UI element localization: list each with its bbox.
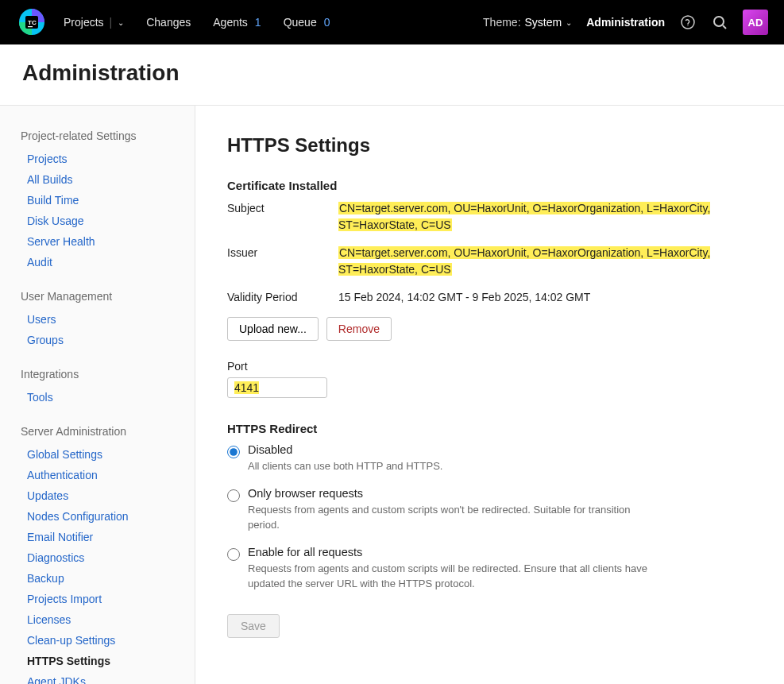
sidebar-heading-server: Server Administration: [0, 417, 195, 444]
chevron-down-icon: ⌄: [566, 18, 572, 27]
radio-all-input[interactable]: [227, 548, 240, 561]
sidebar-item-authentication[interactable]: Authentication: [0, 465, 195, 485]
radio-browser[interactable]: Only browser requests Requests from agen…: [227, 487, 752, 541]
help-icon[interactable]: [679, 14, 697, 31]
remove-button[interactable]: Remove: [326, 317, 392, 341]
sidebar-item-diagnostics[interactable]: Diagnostics: [0, 547, 195, 568]
sidebar-item-audit[interactable]: Audit: [0, 252, 195, 272]
section-title: HTTPS Settings: [227, 134, 752, 157]
nav-separator: |: [110, 16, 113, 29]
radio-all[interactable]: Enable for all requests Requests from ag…: [227, 546, 752, 600]
sidebar-item-licenses[interactable]: Licenses: [0, 609, 195, 630]
sidebar-item-global-settings[interactable]: Global Settings: [0, 444, 195, 465]
nav-projects-label: Projects: [64, 16, 104, 29]
cert-issuer-value: CN=target.server.com, OU=HaxorUnit, O=Ha…: [338, 245, 728, 278]
cert-validity-row: Validity Period 15 Feb 2024, 14:02 GMT -…: [227, 289, 752, 306]
sidebar-heading-user: User Management: [0, 282, 195, 309]
nav-changes[interactable]: Changes: [146, 16, 191, 29]
sidebar-item-server-health[interactable]: Server Health: [0, 231, 195, 252]
radio-disabled[interactable]: Disabled All clients can use both HTTP a…: [227, 443, 752, 482]
svg-rect-2: [28, 26, 33, 27]
page-title: Administration: [0, 44, 784, 105]
radio-all-label: Enable for all requests: [248, 546, 752, 558]
cert-subject-value: CN=target.server.com, OU=HaxorUnit, O=Ha…: [338, 200, 728, 234]
sidebar-item-projects[interactable]: Projects: [0, 149, 195, 169]
sidebar-item-nodes-config[interactable]: Nodes Configuration: [0, 506, 195, 527]
nav-agents[interactable]: Agents 1: [213, 16, 261, 29]
sidebar-item-updates[interactable]: Updates: [0, 485, 195, 506]
svg-point-4: [687, 25, 688, 26]
nav-queue[interactable]: Queue 0: [284, 16, 330, 29]
sidebar-item-agent-jdks[interactable]: Agent JDKs: [0, 671, 195, 684]
cert-issuer-row: Issuer CN=target.server.com, OU=HaxorUni…: [227, 245, 752, 278]
sidebar-item-backup[interactable]: Backup: [0, 568, 195, 589]
sidebar-item-projects-import[interactable]: Projects Import: [0, 589, 195, 609]
chevron-down-icon: ⌄: [118, 18, 124, 27]
upload-button[interactable]: Upload new...: [227, 317, 319, 341]
sidebar-item-build-time[interactable]: Build Time: [0, 190, 195, 211]
theme-label: Theme:: [483, 16, 520, 29]
redirect-section: HTTPS Redirect Disabled All clients can …: [227, 422, 752, 638]
nav-administration[interactable]: Administration: [586, 16, 665, 29]
nav-agents-label: Agents: [213, 16, 248, 29]
sidebar-heading-integrations: Integrations: [0, 360, 195, 387]
save-button[interactable]: Save: [227, 614, 280, 638]
sidebar-item-cleanup[interactable]: Clean-up Settings: [0, 630, 195, 651]
sidebar: Project-related Settings Projects All Bu…: [0, 106, 195, 684]
cert-heading: Certificate Installed: [227, 179, 752, 192]
theme-selector[interactable]: Theme: System ⌄: [483, 16, 572, 29]
radio-browser-label: Only browser requests: [248, 487, 752, 500]
teamcity-logo[interactable]: TC: [16, 6, 48, 38]
svg-point-5: [714, 17, 724, 26]
main-content: HTTPS Settings Certificate Installed Sub…: [195, 106, 784, 684]
sidebar-item-https-settings[interactable]: HTTPS Settings: [0, 651, 195, 671]
topbar: TC Projects | ⌄ Changes Agents 1 Queue 0…: [0, 0, 784, 44]
cert-actions: Upload new... Remove: [227, 317, 752, 341]
sidebar-item-tools[interactable]: Tools: [0, 387, 195, 408]
avatar[interactable]: AD: [743, 10, 768, 35]
nav-projects[interactable]: Projects | ⌄: [64, 16, 124, 29]
topbar-right: Theme: System ⌄ Administration AD: [483, 10, 768, 35]
layout: Project-related Settings Projects All Bu…: [0, 105, 784, 684]
sidebar-item-disk-usage[interactable]: Disk Usage: [0, 211, 195, 231]
theme-value: System: [525, 16, 562, 29]
radio-all-desc: Requests from agents and custom scripts …: [248, 561, 661, 592]
queue-count: 0: [324, 16, 330, 29]
svg-line-6: [723, 25, 726, 29]
cert-subject-row: Subject CN=target.server.com, OU=HaxorUn…: [227, 200, 752, 234]
redirect-heading: HTTPS Redirect: [227, 422, 752, 435]
svg-text:TC: TC: [28, 19, 37, 26]
cert-validity-value: 15 Feb 2024, 14:02 GMT - 9 Feb 2025, 14:…: [338, 289, 728, 306]
sidebar-item-email-notifier[interactable]: Email Notifier: [0, 527, 195, 547]
radio-browser-input[interactable]: [227, 489, 240, 502]
cert-subject-label: Subject: [227, 200, 338, 214]
search-icon[interactable]: [711, 14, 728, 31]
radio-disabled-input[interactable]: [227, 446, 240, 458]
port-label: Port: [227, 360, 752, 373]
sidebar-heading-project: Project-related Settings: [0, 122, 195, 149]
nav-queue-label: Queue: [284, 16, 317, 29]
cert-issuer-label: Issuer: [227, 245, 338, 259]
radio-disabled-desc: All clients can use both HTTP and HTTPS.: [248, 458, 661, 474]
cert-validity-label: Validity Period: [227, 289, 338, 303]
sidebar-item-users[interactable]: Users: [0, 309, 195, 330]
svg-point-3: [682, 16, 694, 29]
sidebar-item-all-builds[interactable]: All Builds: [0, 169, 195, 190]
radio-browser-desc: Requests from agents and custom scripts …: [248, 502, 661, 533]
agents-count: 1: [255, 16, 261, 29]
sidebar-item-groups[interactable]: Groups: [0, 330, 195, 350]
port-input[interactable]: 4141: [227, 377, 327, 398]
radio-disabled-label: Disabled: [248, 443, 752, 456]
